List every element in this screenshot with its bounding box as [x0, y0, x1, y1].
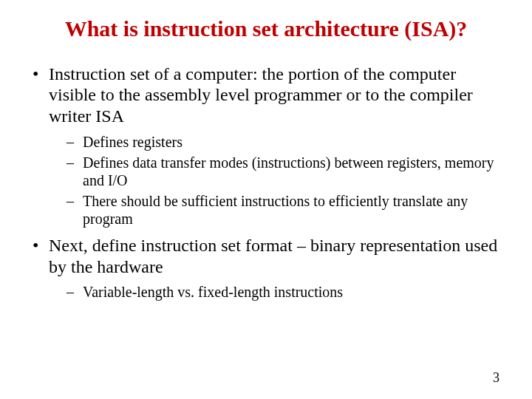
bullet-text: Instruction set of a computer: the porti… [49, 64, 473, 126]
bullet-text: Next, define instruction set format – bi… [49, 236, 497, 276]
sub-bullet-item: Defines data transfer modes (instruction… [49, 154, 502, 189]
sub-bullet-item: There should be sufficient instructions … [49, 192, 502, 228]
bullet-item: Instruction set of a computer: the porti… [30, 64, 502, 228]
sub-bullet-list: Defines registers Defines data transfer … [49, 133, 502, 228]
slide-title: What is instruction set architecture (IS… [30, 15, 502, 43]
sub-bullet-item: Variable-length vs. fixed-length instruc… [49, 283, 502, 301]
main-bullet-list: Instruction set of a computer: the porti… [30, 64, 502, 301]
bullet-item: Next, define instruction set format – bi… [30, 235, 502, 301]
page-number: 3 [493, 370, 499, 386]
sub-bullet-list: Variable-length vs. fixed-length instruc… [49, 283, 502, 301]
sub-bullet-item: Defines registers [49, 133, 502, 151]
